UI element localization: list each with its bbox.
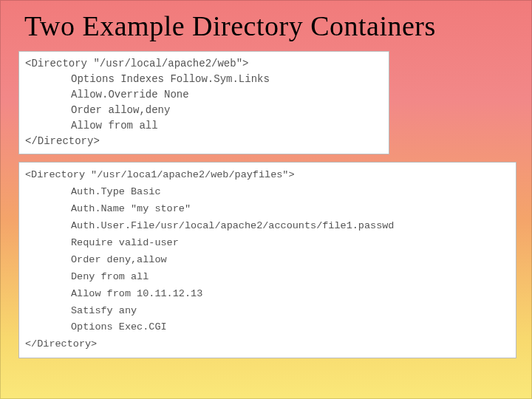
code-line: Options Exec.CGI bbox=[71, 321, 167, 332]
code-line: Order deny,allow bbox=[71, 254, 167, 265]
code-block-2: <Directory "/usr/loca1/apache2/web/payfi… bbox=[18, 162, 516, 358]
code-line: <Directory "/usr/loca1/apache2/web/payfi… bbox=[25, 169, 295, 180]
code-line: </Directory> bbox=[25, 338, 97, 349]
code-line: Deny from all bbox=[71, 271, 149, 282]
code-line: Require valid-user bbox=[71, 237, 179, 248]
code-line: Satisfy any bbox=[71, 305, 137, 316]
code-line: </Directory> bbox=[25, 135, 100, 147]
code-line: Auth.Type Basic bbox=[71, 186, 161, 197]
code-line: Order allow,deny bbox=[71, 104, 170, 116]
code-line: Allow from 10.11.12.13 bbox=[71, 288, 202, 299]
code-block-1: <Directory "/usr/local/apache2/web"> Opt… bbox=[18, 51, 389, 154]
slide-container: Two Example Directory Containers <Direct… bbox=[0, 0, 532, 399]
code-line: <Directory "/usr/local/apache2/web"> bbox=[25, 58, 248, 69]
code-line: Auth.Name "my store" bbox=[71, 203, 191, 214]
code-line: Options Indexes Follow.Sym.Links bbox=[71, 73, 270, 85]
code-line: Allow from all bbox=[71, 120, 158, 132]
code-line: Allow.Override None bbox=[71, 89, 189, 100]
code-line: Auth.User.File/usr/local/apache2/account… bbox=[71, 220, 394, 231]
slide-title: Two Example Directory Containers bbox=[18, 10, 514, 42]
